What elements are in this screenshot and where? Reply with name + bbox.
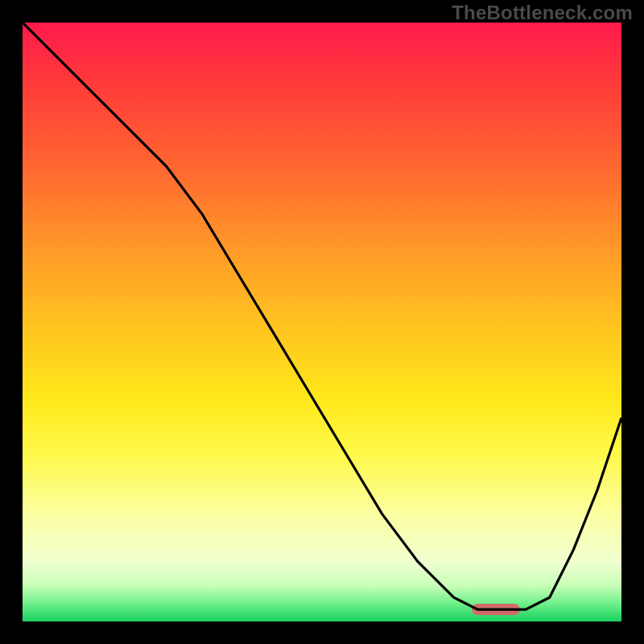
chart-frame: TheBottleneck.com — [0, 0, 644, 644]
curve-path — [23, 23, 621, 609]
plot-area — [23, 23, 621, 621]
bottleneck-curve — [23, 23, 621, 621]
watermark-text: TheBottleneck.com — [452, 2, 633, 24]
optimal-range-marker — [472, 604, 520, 615]
